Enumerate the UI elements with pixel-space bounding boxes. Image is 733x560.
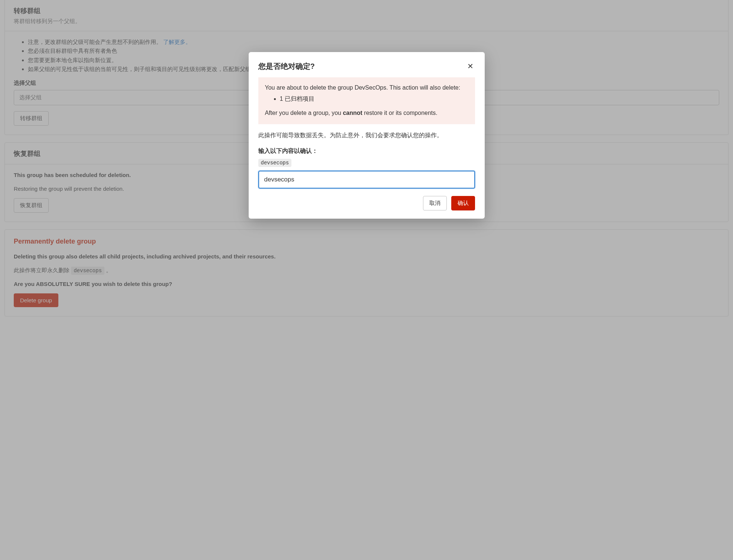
close-icon[interactable]: ✕ [466,60,475,72]
confirm-label: 输入以下内容以确认： [258,147,475,155]
modal-header: 您是否绝对确定? ✕ [258,60,475,72]
modal-warning-alert: You are about to delete the group DevSec… [258,77,475,124]
modal-footer: 取消 确认 [258,196,475,210]
warning-after-post: restore it or its components. [362,110,437,116]
modal-overlay: 您是否绝对确定? ✕ You are about to delete the g… [0,0,733,331]
warning-item: 1 已归档项目 [280,94,468,103]
warning-list: 1 已归档项目 [265,94,468,103]
confirm-button[interactable]: 确认 [451,196,475,210]
warning-after-pre: After you delete a group, you [265,110,343,116]
warning-pre: You are about to delete the group DevSec… [265,83,468,92]
confirm-input[interactable] [258,171,475,189]
confirm-code-hint: devsecops [258,159,292,167]
confirm-delete-modal: 您是否绝对确定? ✕ You are about to delete the g… [249,52,485,219]
warning-after: After you delete a group, you cannot res… [265,109,468,118]
modal-title: 您是否绝对确定? [258,61,315,72]
warning-cannot: cannot [343,110,362,116]
modal-body-text: 此操作可能导致数据丢失。为防止意外，我们会要求您确认您的操作。 [258,131,475,140]
cancel-button[interactable]: 取消 [423,196,447,210]
